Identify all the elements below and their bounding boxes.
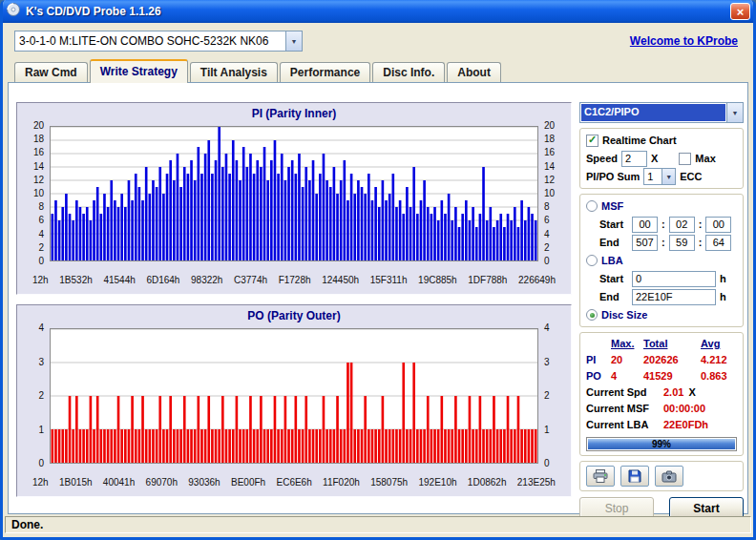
close-button[interactable]: × <box>730 3 750 20</box>
print-button[interactable] <box>586 466 615 487</box>
y-tick-label: 1 <box>544 426 550 435</box>
current-msf-row: Current MSF 00:00:00 <box>586 402 737 415</box>
msf-start-field-2[interactable] <box>669 217 695 233</box>
y-tick-label: 18 <box>33 135 44 144</box>
realtime-chart-option: ✓ Realtime Chart <box>586 133 737 148</box>
pipo-sum-dropdown-button[interactable]: ▼ <box>662 169 675 184</box>
speed-x-label: X <box>651 153 658 164</box>
stats-group: Max. Total Avg PI 20 202626 4.212 PO 4 4… <box>579 332 744 456</box>
msf-label: MSF <box>601 200 623 212</box>
chevron-down-icon: ▼ <box>665 174 672 180</box>
y-tick-label: 16 <box>33 148 44 157</box>
lba-radio-option: LBA <box>586 253 737 268</box>
x-tick-label: 192E10h <box>418 477 456 488</box>
lba-start-row: Start h <box>586 271 737 286</box>
x-tick-label: 1DF788h <box>468 275 507 285</box>
x-tick-label: 15F311h <box>370 275 408 285</box>
app-icon <box>6 2 21 21</box>
chart-options-group: ✓ Realtime Chart Speed X Max PI/PO Sum 1 <box>579 128 744 189</box>
progress-bar: 99% <box>586 437 737 451</box>
po-x-axis: 12h1B015h40041h69070h93036hBE00FhEC6E6h1… <box>32 477 556 488</box>
lba-end-unit: h <box>720 291 726 302</box>
pi-avg-value: 4.212 <box>701 354 739 365</box>
stats-header-avg: Avg <box>701 338 739 349</box>
x-tick-label: 19C885h <box>418 275 457 285</box>
pi-total-value: 202626 <box>643 354 701 365</box>
mode-select-dropdown-button[interactable]: ▼ <box>726 103 743 122</box>
y-tick-label: 4 <box>38 230 44 239</box>
max-label: Max <box>695 153 715 164</box>
x-tick-label: 1B532h <box>59 275 92 285</box>
msf-end-field-3[interactable] <box>705 235 731 251</box>
tool-buttons-group <box>579 461 744 491</box>
msf-separator: : <box>662 237 665 248</box>
y-tick-label: 16 <box>544 148 555 157</box>
current-lba-row: Current LBA 22E0FDh <box>586 418 737 431</box>
y-tick-label: 10 <box>544 189 555 198</box>
current-speed-label: Current Spd <box>586 386 659 398</box>
y-tick-label: 0 <box>38 257 44 266</box>
pi-plot <box>50 126 538 261</box>
y-tick-label: 3 <box>544 358 550 367</box>
disc-size-radio[interactable] <box>586 309 598 321</box>
tab-raw-cmd[interactable]: Raw Cmd <box>14 62 88 82</box>
status-bar: Done. <box>5 516 751 535</box>
max-speed-checkbox[interactable] <box>679 153 691 165</box>
tab-disc-info[interactable]: Disc Info. <box>372 62 445 82</box>
po-max-value: 4 <box>611 370 643 382</box>
progress-label: 99% <box>587 439 736 449</box>
mode-select[interactable]: C1C2/PIPO ▼ <box>579 102 744 123</box>
msf-start-field-3[interactable] <box>705 217 731 233</box>
pi-y-axis-right: 02468101214161820 <box>542 126 567 261</box>
realtime-chart-checkbox[interactable]: ✓ <box>586 135 598 147</box>
save-button[interactable] <box>620 466 649 487</box>
mode-select-value[interactable]: C1C2/PIPO <box>581 104 725 121</box>
lba-radio[interactable] <box>586 255 598 266</box>
chart-canvas <box>51 329 537 463</box>
lba-end-input[interactable] <box>632 289 716 305</box>
msf-radio[interactable] <box>586 200 598 212</box>
speed-input[interactable] <box>621 151 647 167</box>
drive-select[interactable]: 3-0-1-0 M:LITE-ON COMBO SOHC-5232K NK06 … <box>14 31 303 52</box>
pi-x-axis: 12h1B532h41544h6D164h98322hC3774hF1728h1… <box>32 275 556 285</box>
tab-about[interactable]: About <box>447 62 501 82</box>
pipo-sum-select[interactable]: 1 ▼ <box>643 168 676 185</box>
chevron-down-icon: ▼ <box>291 38 298 45</box>
drive-select-dropdown-button[interactable]: ▼ <box>285 31 302 51</box>
x-tick-label: 1B015h <box>59 477 92 488</box>
y-tick-label: 20 <box>33 121 44 131</box>
tab-bar: Raw Cmd Write Strategy Tilt Analysis Per… <box>14 59 501 82</box>
tab-tilt-analysis[interactable]: Tilt Analysis <box>190 62 278 82</box>
chart-canvas <box>51 127 537 260</box>
y-tick-label: 8 <box>38 202 44 212</box>
current-msf-label: Current MSF <box>586 403 659 414</box>
y-tick-label: 6 <box>38 216 44 225</box>
welcome-link[interactable]: Welcome to KProbe <box>630 34 738 48</box>
tab-write-strategy[interactable]: Write Strategy <box>90 59 188 83</box>
save-icon <box>628 469 641 483</box>
lba-start-input[interactable] <box>632 271 716 287</box>
y-tick-label: 2 <box>38 391 44 401</box>
x-tick-label: 98322h <box>191 275 222 285</box>
msf-separator: : <box>662 218 665 230</box>
snapshot-button[interactable] <box>655 466 683 487</box>
pipo-sum-value[interactable]: 1 <box>644 169 662 184</box>
y-tick-label: 4 <box>38 323 44 333</box>
y-tick-label: 14 <box>33 162 44 172</box>
y-tick-label: 2 <box>38 243 44 253</box>
ecc-label: ECC <box>680 171 702 182</box>
msf-end-field-1[interactable] <box>632 235 658 251</box>
pi-row-label: PI <box>586 354 611 365</box>
msf-start-row: Start : : <box>586 217 737 232</box>
tab-performance[interactable]: Performance <box>280 62 370 82</box>
y-tick-label: 4 <box>544 230 550 239</box>
drive-select-value[interactable]: 3-0-1-0 M:LITE-ON COMBO SOHC-5232K NK06 <box>15 31 285 51</box>
msf-start-field-1[interactable] <box>632 217 658 233</box>
y-tick-label: 4 <box>544 323 550 333</box>
msf-end-field-2[interactable] <box>669 235 695 251</box>
po-y-axis-right: 01234 <box>542 328 567 464</box>
x-tick-label: EC6E6h <box>277 477 312 488</box>
x-tick-label: 124450h <box>322 275 359 285</box>
x-tick-label: F1728h <box>279 275 311 285</box>
y-tick-label: 6 <box>544 216 550 225</box>
